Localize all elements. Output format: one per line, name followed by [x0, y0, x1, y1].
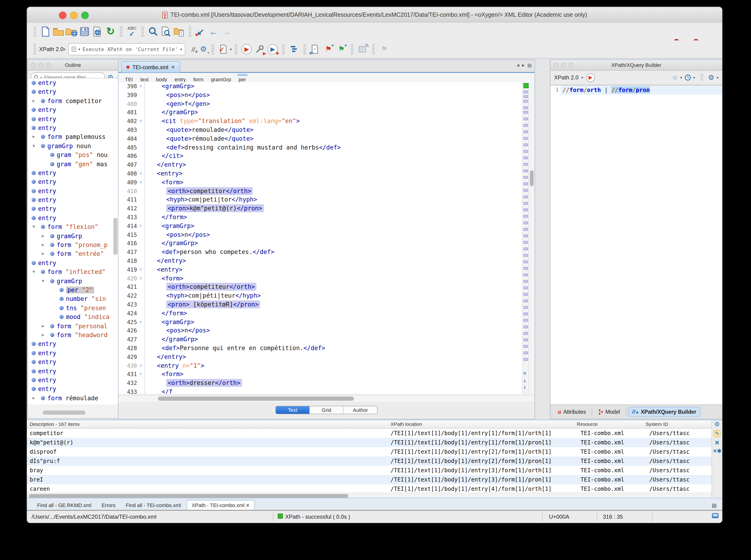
ruler-mark[interactable] [523, 106, 528, 109]
collapse-triangle-icon[interactable]: ▼ [33, 141, 35, 151]
ruler-mark[interactable] [523, 267, 528, 270]
code-line[interactable]: 413</form> [118, 213, 535, 222]
code-line[interactable]: 425▽<gramGrp> [118, 318, 535, 327]
ruler-mark[interactable] [523, 319, 528, 322]
outline-item[interactable]: entry [28, 340, 118, 349]
run-validation-scenario-icon[interactable]: ⚑✦ [335, 43, 348, 56]
xpath-history-icon[interactable]: //★ [188, 43, 198, 56]
highlight-results-icon[interactable]: ✎ [714, 430, 720, 437]
toolbar-grip[interactable] [303, 44, 306, 54]
validate-document-icon[interactable]: ✓ [217, 43, 230, 56]
toolbar-grip[interactable] [189, 26, 191, 37]
ruler-mark[interactable] [523, 221, 528, 224]
expand-triangle-icon[interactable]: ▶ [42, 249, 44, 259]
code-line[interactable]: 419▽<entry> [118, 265, 535, 274]
ruler-mark[interactable] [523, 95, 528, 98]
builder-tab-model[interactable]: Model [594, 408, 624, 416]
code-line[interactable]: 410<orth>competitor</orth> [118, 187, 535, 196]
toolbar-grip[interactable] [34, 26, 36, 37]
ruler-mark[interactable] [523, 332, 528, 335]
ruler-mark[interactable] [523, 157, 528, 159]
back-icon[interactable]: ← [207, 25, 220, 38]
outline-item[interactable]: ▶form rémoulade [28, 394, 118, 403]
code-line[interactable]: 411<hyph>com|peti|tor</hyph> [118, 196, 535, 204]
forward-icon[interactable]: → [220, 25, 233, 38]
breadcrumb-item-entry[interactable]: entry [174, 77, 186, 82]
ruler-mark[interactable] [523, 247, 528, 250]
last-modification-icon[interactable]: ↙✱ [194, 25, 207, 38]
ruler-mark[interactable] [523, 124, 528, 127]
ruler-mark[interactable] [523, 358, 528, 361]
configure-transformation-icon[interactable]: ▶ [253, 43, 266, 56]
code-line[interactable]: 406</cit> [118, 152, 535, 161]
tab-list-icon[interactable]: ▤ [527, 63, 532, 68]
table-row[interactable]: disproof/TEI[1]/text[1]/body[1]/entry[2]… [27, 447, 722, 457]
outline-item[interactable]: per "2" [28, 285, 118, 295]
ruler-mark[interactable] [523, 228, 528, 231]
results-xpath-header[interactable]: XPath location [391, 421, 422, 427]
code-line[interactable]: 417<def>person who competes.</def> [118, 248, 535, 257]
fold-triangle-icon[interactable]: ▽ [137, 318, 144, 327]
new-document-icon[interactable] [39, 25, 52, 38]
code-line[interactable]: 422<hyph>com|péti|teur</hyph> [118, 292, 535, 300]
code-line[interactable]: 418</entry> [118, 257, 535, 266]
ruler-clear-icon[interactable]: ✕ [523, 371, 527, 376]
apply-transformation-icon[interactable]: ▶ [240, 43, 253, 56]
code-editor[interactable]: 398▽<gramGrp>399<pos>n</pos>400<gen>f</g… [118, 82, 535, 394]
builder-xpath-version-select[interactable]: XPath 2.0 [554, 74, 578, 81]
outline-item[interactable]: ▶form "personal [28, 322, 118, 331]
bottom-tab-errors[interactable]: Errors [97, 501, 120, 510]
next-tab-icon[interactable]: ▸ [522, 62, 525, 68]
code-line[interactable]: 398▽<gramGrp> [118, 82, 535, 91]
code-line[interactable]: 421<orth>compétiteur</orth> [118, 283, 535, 292]
code-line[interactable]: 405<def>dressing containing mustard and … [118, 143, 535, 152]
outline-item[interactable]: entry [28, 214, 118, 223]
debug-scenario-icon[interactable]: ▶✱ [266, 43, 279, 56]
fold-triangle-icon[interactable]: ▽ [137, 82, 144, 91]
edit-scenarios-icon[interactable]: ✎ [356, 43, 369, 56]
ruler-mark[interactable] [523, 189, 528, 192]
table-row[interactable]: breI/TEI[1]/text[1]/body[1]/entry[3]/for… [27, 475, 722, 484]
outline-item[interactable]: ▼form "inflected" [28, 267, 118, 277]
ruler-mark[interactable] [523, 339, 528, 341]
remove-result-icon[interactable]: ✕ [714, 440, 720, 446]
ruler-mark[interactable] [523, 111, 528, 114]
builder-header[interactable]: XPath/XQuery Builder [550, 60, 722, 71]
code-line[interactable]: 408▽<entry> [118, 169, 535, 178]
editor-tab[interactable]: TEI-combo.xml ✕ [121, 61, 180, 73]
fold-triangle-icon[interactable]: ▽ [137, 370, 144, 379]
code-line[interactable]: 428<def>Personne qui entre en compétitio… [118, 344, 535, 353]
outline-item[interactable]: ▶form pamplemouss [28, 133, 118, 142]
expand-triangle-icon[interactable]: ▶ [42, 322, 44, 331]
toolbar-grip[interactable] [141, 26, 144, 37]
find-resource-icon[interactable] [173, 25, 186, 38]
find-in-files-icon[interactable] [160, 25, 173, 38]
outline-item[interactable]: entry [28, 348, 118, 358]
close-tab-icon[interactable]: ✕ [171, 64, 175, 69]
prev-tab-icon[interactable]: ◂ [517, 62, 519, 68]
toolbar-grip[interactable] [282, 44, 285, 54]
builder-tab-xpath-xquery-builder[interactable]: //★XPath/XQuery Builder [628, 407, 700, 417]
code-line[interactable]: 402▽<cit type="translation" xml:lang="en… [118, 117, 535, 126]
expand-triangle-icon[interactable]: ▶ [33, 97, 35, 106]
outline-header[interactable]: Outline [28, 60, 118, 71]
outline-item[interactable]: entry [28, 115, 118, 123]
ruler-mark[interactable] [523, 118, 528, 120]
bottom-tab-xpath-tei-combo-xml[interactable]: XPath - TEI-combo.xml ✕ [186, 500, 255, 510]
outline-item[interactable]: entry [28, 366, 118, 376]
code-line[interactable]: 431▽<form> [118, 370, 535, 379]
outline-item[interactable]: entry [28, 376, 118, 385]
ruler-mark[interactable] [523, 280, 528, 283]
results-description-header[interactable]: Description - 167 items [30, 421, 80, 427]
outline-item[interactable]: gram "pos" nou [28, 151, 118, 160]
code-line[interactable]: 423<pron> [köpetitœR]</pron> [118, 300, 535, 309]
outline-item[interactable]: entry [28, 196, 118, 204]
editor-horizontal-scrollbar[interactable] [118, 395, 535, 402]
outline-item[interactable]: gram "gen" mas [28, 160, 118, 168]
toolbar-grip[interactable] [351, 44, 353, 54]
fold-triangle-icon[interactable]: ▽ [137, 178, 144, 187]
table-row[interactable]: k@m"petit@(r)/TEI[1]/text[1]/body[1]/ent… [27, 438, 722, 447]
ruler-mark[interactable] [523, 176, 528, 179]
view-mode-author[interactable]: Author [343, 406, 377, 414]
fold-triangle-icon[interactable]: ▽ [137, 265, 144, 274]
